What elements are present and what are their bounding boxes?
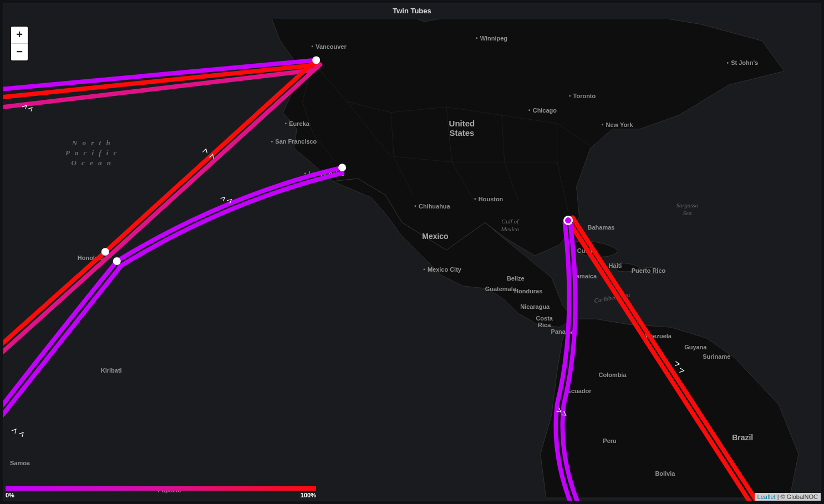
tube-honolulu-ssw-a[interactable] <box>3 261 117 433</box>
tube-seattle-pacific-b[interactable] <box>3 65 315 99</box>
direction-markers <box>12 105 684 437</box>
map-attribution: Leaflet | © GlobalNOC <box>755 493 821 501</box>
attribution-leaflet-link[interactable]: Leaflet <box>757 493 776 500</box>
zoom-control: + − <box>10 26 29 62</box>
flow-layer <box>3 19 821 501</box>
legend-gradient-bar <box>6 486 316 491</box>
tube-miami-se-b[interactable] <box>573 218 757 501</box>
tube-honolulu-sw-b[interactable] <box>3 256 110 371</box>
color-legend: 0% 100% <box>6 486 316 498</box>
node-seattle[interactable] <box>312 57 320 64</box>
map-panel: Twin Tubes + − N o r t h P a c i f i c O… <box>3 3 821 501</box>
map-viewport[interactable]: + − N o r t h P a c i f i c O c e a n Gu… <box>3 19 821 501</box>
zoom-out-button[interactable]: − <box>11 43 28 60</box>
tube-miami-se-a[interactable] <box>568 220 751 501</box>
node-honolulu2[interactable] <box>113 257 121 265</box>
node-miami[interactable] <box>564 217 572 225</box>
legend-max: 100% <box>301 492 316 498</box>
node-la[interactable] <box>338 164 346 171</box>
tube-la-honolulu-b[interactable] <box>120 173 342 267</box>
node-honolulu[interactable] <box>101 248 109 256</box>
panel-title: Twin Tubes <box>3 3 821 19</box>
legend-min: 0% <box>6 492 14 498</box>
zoom-in-button[interactable]: + <box>11 27 28 43</box>
tube-seattle-honolulu-b[interactable] <box>110 64 320 256</box>
